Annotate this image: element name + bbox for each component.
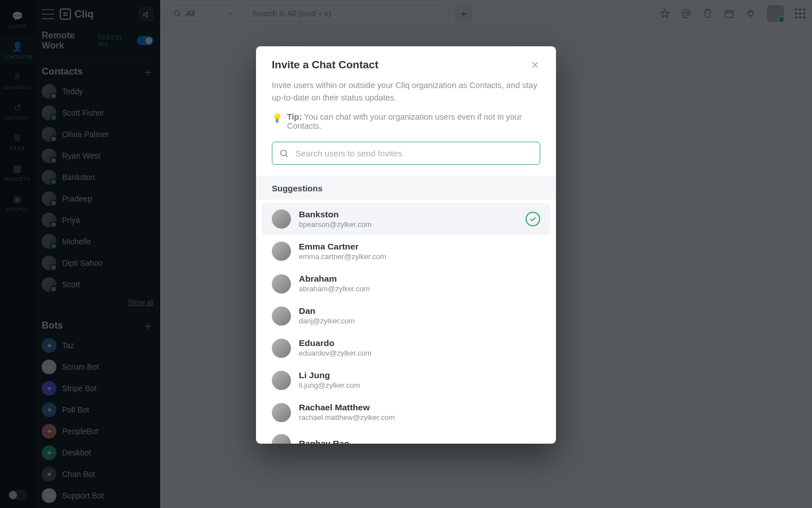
lightbulb-icon: 💡 xyxy=(272,112,283,124)
suggestion-main: Emma Cartneremma.cartner@zylker.com xyxy=(299,241,386,262)
suggestion-main: Rachael Matthewrachael.matthew@zylker.co… xyxy=(299,402,395,423)
avatar xyxy=(272,371,291,390)
suggestion-email: danj@zylker.com xyxy=(299,317,355,326)
avatar xyxy=(272,339,291,358)
suggestion-name: Bankston xyxy=(299,209,372,220)
modal-tip-text: You can chat with your organization user… xyxy=(287,112,522,130)
suggestion-main: Eduardoeduardov@zylker.com xyxy=(299,338,372,358)
suggestions-header: Suggestions xyxy=(256,177,556,200)
invite-search-input[interactable] xyxy=(294,148,533,159)
modal-header: Invite a Chat Contact Invite users withi… xyxy=(256,46,556,142)
svg-point-4 xyxy=(281,150,286,156)
avatar xyxy=(272,274,291,294)
avatar xyxy=(272,306,291,326)
avatar xyxy=(272,434,291,444)
modal-tip: 💡 Tip: You can chat with your organizati… xyxy=(272,112,540,130)
suggestion-email: eduardov@zylker.com xyxy=(299,349,372,358)
suggestion-main: Li Jungli.jung@zylker.com xyxy=(299,370,360,391)
suggestion-email: li.jung@zylker.com xyxy=(299,381,360,391)
suggestion-name: Abraham xyxy=(299,273,370,284)
suggestion-main: Dandanj@zylker.com xyxy=(299,305,355,326)
suggestion-name: Raghav Rao xyxy=(299,438,350,444)
suggestion-main: Abrahamabraham@zylker.com xyxy=(299,273,370,294)
modal-search[interactable] xyxy=(272,142,540,165)
search-icon xyxy=(279,148,289,158)
modal-search-wrap xyxy=(256,142,556,177)
suggestion-row[interactable]: Emma Cartneremma.cartner@zylker.com xyxy=(262,235,550,268)
suggestion-name: Rachael Matthew xyxy=(299,402,395,413)
modal-tip-label: Tip: xyxy=(287,112,302,121)
suggestion-email: rachael.matthew@zylker.com xyxy=(299,413,395,423)
suggestion-row[interactable]: Rachael Matthewrachael.matthew@zylker.co… xyxy=(262,396,550,428)
suggestion-name: Dan xyxy=(299,305,355,317)
modal-close-button[interactable] xyxy=(530,60,540,70)
suggestion-row[interactable]: Dandanj@zylker.com xyxy=(262,300,550,332)
suggestion-row[interactable]: Bankstonbpearson@zylker.com xyxy=(262,203,550,235)
suggestion-name: Li Jung xyxy=(299,370,360,381)
suggestion-email: emma.cartner@zylker.com xyxy=(299,252,386,262)
avatar xyxy=(272,403,291,422)
suggestions-list: Bankstonbpearson@zylker.comEmma Cartnere… xyxy=(256,200,556,444)
invite-contact-modal: Invite a Chat Contact Invite users withi… xyxy=(256,46,556,444)
avatar xyxy=(272,242,291,261)
suggestion-row[interactable]: Li Jungli.jung@zylker.com xyxy=(262,364,550,396)
modal-title: Invite a Chat Contact xyxy=(272,59,378,71)
suggestion-name: Emma Cartner xyxy=(299,241,386,252)
modal-overlay[interactable]: Invite a Chat Contact Invite users withi… xyxy=(0,0,812,508)
suggestion-main: Bankstonbpearson@zylker.com xyxy=(299,209,372,230)
suggestion-main: Raghav Rao xyxy=(299,438,350,444)
suggestion-row[interactable]: Eduardoeduardov@zylker.com xyxy=(262,332,550,364)
modal-description: Invite users within or outside your Cliq… xyxy=(272,79,540,104)
suggestion-row[interactable]: Abrahamabraham@zylker.com xyxy=(262,268,550,300)
avatar xyxy=(272,209,291,229)
suggestion-email: abraham@zylker.com xyxy=(299,284,370,294)
suggestion-name: Eduardo xyxy=(299,338,372,349)
suggestion-row[interactable]: Raghav Rao xyxy=(262,428,550,444)
suggestion-email: bpearson@zylker.com xyxy=(299,220,372,230)
selected-check-icon xyxy=(526,212,540,226)
